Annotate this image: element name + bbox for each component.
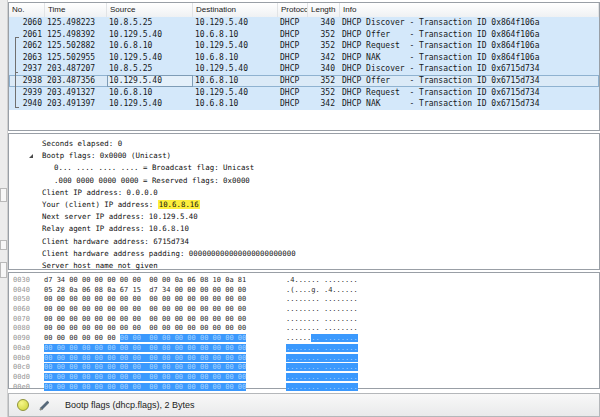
hex-bytes[interactable]: 00 00 00 00 00 00 00 00 00 00 00 00 00 0…	[44, 373, 286, 383]
hex-ascii[interactable]: ........ ........	[286, 383, 358, 391]
hex-selection[interactable]: 00 00 00 00 00 00 00 00 00 00 00 00 00 0…	[44, 363, 246, 371]
hex-ascii[interactable]: .(....g. .4......	[286, 286, 358, 294]
column-header-no[interactable]: No.	[9, 3, 45, 17]
cell-time: 203.491397	[45, 98, 107, 110]
expert-info-icon[interactable]	[17, 399, 29, 411]
ascii-selection[interactable]: ........ ........	[286, 344, 358, 352]
hex-offset: 00e0	[9, 383, 44, 393]
hex-selection[interactable]: 00 00 00 00 00 00 00 00 00 00 00 00 00 0…	[44, 383, 246, 391]
packet-row[interactable]: 2937203.48720710.8.5.2510.129.5.40DHCP34…	[9, 63, 599, 75]
tree-expander-icon[interactable]	[29, 154, 33, 158]
related-packets-tick	[15, 72, 18, 73]
cell-info: DHCP Discover - Transaction ID 0x864f106…	[340, 17, 599, 29]
edge-fragment	[0, 240, 7, 250]
hex-offset: 0070	[9, 315, 44, 325]
cell-len: 342	[308, 52, 340, 64]
hex-bytes[interactable]: 00 00 00 00 00 00 00 00 00 00 00 00 00 0…	[44, 305, 286, 315]
detail-line[interactable]: Next server IP address: 10.129.5.40	[9, 211, 599, 223]
hex-ascii[interactable]: ........ ........	[286, 295, 358, 303]
hex-row[interactable]: 004005 28 0a 06 08 0a 67 15 d7 34 00 00 …	[9, 286, 599, 296]
hex-offset: 0050	[9, 295, 44, 305]
packet-row[interactable]: 2939203.49132710.6.8.1010.129.5.40DHCP35…	[9, 87, 599, 99]
hex-ascii[interactable]: ........ ........	[286, 324, 358, 332]
packet-row-selected[interactable]: 2938203.48735610.129.5.4010.6.8.10DHCP35…	[9, 75, 599, 87]
cell-len: 352	[308, 87, 340, 99]
hex-bytes[interactable]: 00 00 00 00 00 00 00 00 00 00 00 00 00 0…	[44, 295, 286, 305]
hex-row[interactable]: 008000 00 00 00 00 00 00 00 00 00 00 00 …	[9, 324, 599, 334]
hex-bytes[interactable]: d7 34 00 00 00 00 00 00 00 00 0a 06 08 1…	[44, 276, 286, 286]
detail-line[interactable]: 0... .... .... .... = Broadcast flag: Un…	[9, 162, 599, 174]
hex-ascii[interactable]: ........ ........	[286, 305, 358, 313]
hex-row[interactable]: 00d000 00 00 00 00 00 00 00 00 00 00 00 …	[9, 373, 599, 383]
hex-bytes[interactable]: 05 28 0a 06 08 0a 67 15 d7 34 00 00 00 0…	[44, 286, 286, 296]
detail-line[interactable]: Your (client) IP address: 10.6.8.16	[9, 199, 599, 211]
hex-bytes[interactable]: 00 00 00 00 00 00 00 00 00 00 00 00 00 0…	[44, 383, 286, 393]
ascii-selection[interactable]: .. ........	[311, 334, 357, 342]
hex-bytes[interactable]: 00 00 00 00 00 00 00 00 00 00 00 00 00 0…	[44, 334, 286, 344]
cell-no: 2060	[9, 17, 45, 29]
hex-selection[interactable]: 00 00 00 00 00 00 00 00 00 00	[120, 334, 246, 342]
cell-dst: 10.129.5.40	[193, 63, 278, 75]
detail-line[interactable]: Bootp flags: 0x0000 (Unicast)	[9, 150, 599, 162]
related-packets-line-bottom	[15, 107, 19, 108]
edit-pencil-icon[interactable]	[38, 399, 51, 412]
hex-selection[interactable]: 00 00 00 00 00 00 00 00 00 00 00 00 00 0…	[44, 373, 246, 381]
cell-info: DHCP NAK - Transaction ID 0x6715d734	[340, 98, 599, 110]
hex-ascii[interactable]: ........ ........	[286, 334, 358, 342]
hex-ascii[interactable]: ........ ........	[286, 354, 358, 362]
hex-selection[interactable]: 00 00 00 00 00 00 00 00 00 00 00 00 00 0…	[44, 354, 246, 362]
hex-bytes[interactable]: 00 00 00 00 00 00 00 00 00 00 00 00 00 0…	[44, 344, 286, 354]
cell-dst: 10.129.5.40	[193, 40, 278, 52]
column-header-time[interactable]: Time	[45, 3, 107, 17]
hex-row[interactable]: 00c000 00 00 00 00 00 00 00 00 00 00 00 …	[9, 363, 599, 373]
hex-offset: 00c0	[9, 363, 44, 373]
hex-ascii[interactable]: ........ ........	[286, 315, 358, 323]
cell-dst: 10.129.5.40	[193, 87, 278, 99]
hex-row[interactable]: 006000 00 00 00 00 00 00 00 00 00 00 00 …	[9, 305, 599, 315]
hex-row[interactable]: 00b000 00 00 00 00 00 00 00 00 00 00 00 …	[9, 354, 599, 364]
hex-ascii[interactable]: ........ ........	[286, 373, 358, 381]
status-field-info: Bootp flags (dhcp.flags), 2 Bytes	[65, 400, 195, 410]
column-header-length[interactable]: Length	[308, 3, 340, 17]
detail-line[interactable]: Seconds elapsed: 0	[9, 138, 599, 150]
packet-row[interactable]: 2063125.50295510.129.5.4010.6.8.10DHCP34…	[9, 52, 599, 64]
packet-row[interactable]: 2060125.49822310.8.5.2510.129.5.40DHCP34…	[9, 17, 599, 29]
column-header-protocol[interactable]: Protocol	[278, 3, 308, 17]
detail-line[interactable]: Client hardware address: 6715d734	[9, 236, 599, 248]
ascii-selection[interactable]: ........ ........	[286, 373, 358, 381]
hex-offset: 0040	[9, 286, 44, 296]
hex-ascii[interactable]: ........ ........	[286, 344, 358, 352]
hex-bytes[interactable]: 00 00 00 00 00 00 00 00 00 00 00 00 00 0…	[44, 324, 286, 334]
ascii-selection[interactable]: ........ ........	[286, 354, 358, 362]
packet-row[interactable]: 2062125.50288210.6.8.1010.129.5.40DHCP35…	[9, 40, 599, 52]
cell-info: DHCP Request - Transaction ID 0x6715d734	[340, 87, 599, 99]
hex-bytes[interactable]: 00 00 00 00 00 00 00 00 00 00 00 00 00 0…	[44, 363, 286, 373]
hex-row[interactable]: 005000 00 00 00 00 00 00 00 00 00 00 00 …	[9, 295, 599, 305]
detail-line[interactable]: .000 0000 0000 0000 = Reserved flags: 0x…	[9, 175, 599, 187]
ascii-selection[interactable]: ........ ........	[286, 363, 358, 371]
packet-row[interactable]: 2940203.49139710.129.5.4010.6.8.10DHCP34…	[9, 98, 599, 110]
hex-ascii[interactable]: ........ ........	[286, 363, 358, 371]
hex-ascii[interactable]: .4...... ........	[286, 276, 358, 284]
detail-line[interactable]: Client hardware address padding: 0000000…	[9, 248, 599, 260]
hex-selection[interactable]: 00 00 00 00 00 00 00 00 00 00 00 00 00 0…	[44, 344, 246, 352]
column-header-destination[interactable]: Destination	[193, 3, 278, 17]
hex-row[interactable]: 007000 00 00 00 00 00 00 00 00 00 00 00 …	[9, 315, 599, 325]
cell-proto: DHCP	[278, 63, 308, 75]
hex-bytes[interactable]: 00 00 00 00 00 00 00 00 00 00 00 00 00 0…	[44, 315, 286, 325]
hex-bytes[interactable]: 00 00 00 00 00 00 00 00 00 00 00 00 00 0…	[44, 354, 286, 364]
column-header-source[interactable]: Source	[107, 3, 193, 17]
detail-line[interactable]: Relay agent IP address: 10.6.8.10	[9, 223, 599, 235]
hex-row[interactable]: 00a000 00 00 00 00 00 00 00 00 00 00 00 …	[9, 344, 599, 354]
packet-row[interactable]: 2061125.49839210.129.5.4010.6.8.10DHCP35…	[9, 29, 599, 41]
hex-row[interactable]: 0030d7 34 00 00 00 00 00 00 00 00 0a 06 …	[9, 276, 599, 286]
detail-line[interactable]: Client IP address: 0.0.0.0	[9, 187, 599, 199]
hex-row[interactable]: 009000 00 00 00 00 00 00 00 00 00 00 00 …	[9, 334, 599, 344]
hex-row[interactable]: 00e000 00 00 00 00 00 00 00 00 00 00 00 …	[9, 383, 599, 393]
cell-proto: DHCP	[278, 75, 308, 87]
detail-line[interactable]: Server host name not given	[9, 260, 599, 272]
cell-src: 10.6.8.10	[107, 87, 193, 99]
cell-time: 125.502955	[45, 52, 107, 64]
column-header-info[interactable]: Info	[340, 3, 599, 17]
ascii-selection[interactable]: ........ ........	[286, 383, 358, 391]
